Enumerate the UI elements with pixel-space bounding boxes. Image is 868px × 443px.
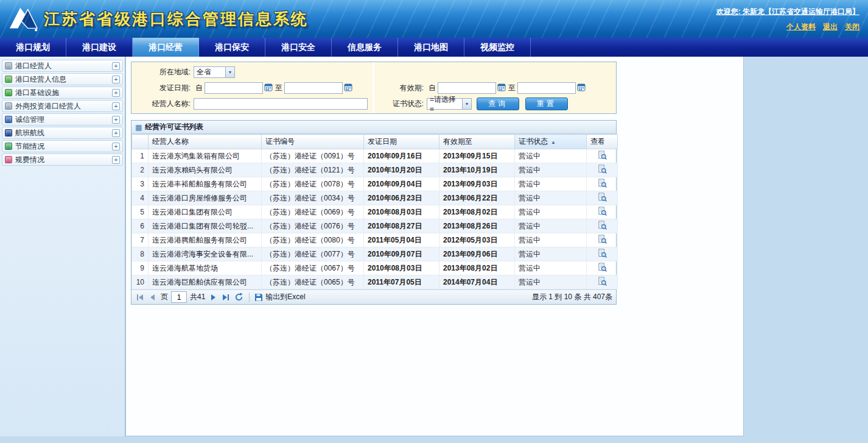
column-header-issue-date[interactable]: 发证日期 [364,135,439,149]
table-row[interactable]: 5连云港港口集团有限公司（苏连）港经证（0069）号2010年08月03日201… [132,205,618,219]
cell-cert-status: 营运中 [515,163,587,177]
prev-page-button[interactable] [148,293,158,302]
table-row[interactable]: 2连云港东粮码头有限公司（苏连）港经证（0121）号2010年10月20日201… [132,163,618,177]
nav-tab-port-planning[interactable]: 港口规划 [0,38,66,57]
validity-from-input[interactable] [438,82,496,94]
close-link[interactable]: 关闭 [845,23,859,31]
column-header-operator-name[interactable]: 经营人名称 [149,135,262,149]
last-page-button[interactable] [221,293,231,302]
expand-button[interactable]: + [112,89,120,97]
validity-to-input[interactable] [517,82,576,94]
nav-tab-port-safety[interactable]: 港口安全 [265,38,332,57]
sidebar-item-port-operator-info[interactable]: 港口经营人信息+ [2,73,123,85]
sidebar-item-port-infrastructure[interactable]: 港口基础设施+ [2,87,123,99]
table-row[interactable]: 7连云港港腾船舶服务有限公司（苏连）港经证（0080）号2011年05月04日2… [132,233,618,247]
first-page-button[interactable] [135,293,145,302]
sidebar-item-fees[interactable]: 规费情况+ [2,154,123,166]
view-icon [598,165,607,174]
column-header-cert-number[interactable]: 证书编号 [262,135,364,149]
table-row[interactable]: 6连云港港口集团有限公司轮驳...（苏连）港经证（0076）号2010年08月2… [132,219,618,233]
view-button[interactable] [597,234,607,246]
calendar-button[interactable] [264,83,273,93]
top-links: 个人资料退出关闭 [716,22,859,32]
view-button[interactable] [597,192,607,204]
logout-link[interactable]: 退出 [823,23,838,31]
search-button[interactable]: 查询 [477,97,519,110]
route-icon [5,129,12,136]
issue-date-from-input[interactable] [205,82,263,94]
view-button[interactable] [597,206,607,218]
cell-cert-status: 营运中 [515,247,587,261]
region-select[interactable]: 全省 ▼ [194,66,235,78]
expand-button[interactable]: + [112,62,120,70]
expand-button[interactable]: + [112,156,120,164]
operator-name-input[interactable] [194,98,368,110]
calendar-button[interactable] [497,83,506,93]
cell-view [587,205,618,219]
table-row[interactable]: 4连云港港口房屋维修服务公司（苏连）港经证（0034）号2010年06月23日2… [132,191,618,205]
calendar-button[interactable] [576,83,586,93]
table-row[interactable]: 1连云港东鸿集装箱有限公司（苏连）港经证（0091）号2010年09月16日20… [132,149,618,163]
expand-button[interactable]: + [112,116,120,124]
cell-operator-name: 连云港海巨船舶供应有限公司 [149,275,262,289]
view-button[interactable] [597,276,607,288]
nav-tab-port-security[interactable]: 港口保安 [199,38,265,57]
certificate-table: 经营人名称证书编号发证日期有效期至证书状态▲查看 1连云港东鸿集装箱有限公司（苏… [131,134,618,289]
cell-operator-name: 连云港东鸿集装箱有限公司 [149,149,262,163]
sidebar-item-credit-management[interactable]: 诚信管理+ [2,113,123,126]
sidebar-item-label: 航班航线 [15,128,44,138]
issue-date-to-input[interactable] [284,82,343,94]
sidebar-item-label: 诚信管理 [15,115,44,125]
column-header-cert-status[interactable]: 证书状态▲ [515,135,587,149]
expand-button[interactable]: + [112,129,120,137]
reset-button[interactable]: 重置 [525,97,568,110]
view-button[interactable] [597,164,607,176]
view-icon [598,151,607,160]
table-row[interactable]: 9连云港海航基地货场（苏连）港经证（0067）号2010年08月03日2013年… [132,261,618,275]
total-pages-label: 共41 [190,292,205,302]
cell-operator-name: 连云港港口集团有限公司 [149,205,262,219]
sidebar-item-port-operators[interactable]: 港口经营人+ [2,60,123,72]
sidebar-item-flight-routes[interactable]: 航班航线+ [2,127,123,139]
next-page-button[interactable] [208,293,218,302]
sidebar-item-energy-saving[interactable]: 节能情况+ [2,140,123,152]
cell-issue-date: 2010年08月03日 [364,205,439,219]
cell-cert-status: 营运中 [515,219,587,233]
refresh-button[interactable] [234,292,244,302]
table-row[interactable]: 8连云港港湾海事安全设备有限...（苏连）港经证（0077）号2010年09月0… [132,247,618,261]
view-button[interactable] [597,262,607,274]
calendar-button[interactable] [343,83,353,93]
nav-tab-info-service[interactable]: 信息服务 [332,38,398,57]
view-button[interactable] [597,178,607,190]
cell-cert-number: （苏连）港经证（0067）号 [262,261,364,275]
cell-cert-number: （苏连）港经证（0091）号 [262,149,364,163]
sidebar-item-foreign-invested-operators[interactable]: 外商投资港口经营人+ [2,100,123,112]
expand-button[interactable]: + [112,102,120,110]
cell-valid-until: 2013年09月06日 [439,247,515,261]
expand-button[interactable]: + [112,143,120,151]
cell-operator-name: 连云港港湾海事安全设备有限... [149,247,262,261]
expand-button[interactable]: + [112,76,120,83]
nav-tab-video-monitor[interactable]: 视频监控 [464,38,531,57]
table-row[interactable]: 10连云港海巨船舶供应有限公司（苏连）港经证（0065）号2011年07月05日… [132,275,618,289]
cell-cert-status: 营运中 [515,275,587,289]
export-excel-button[interactable]: 输出到Excel [254,292,305,302]
page-input[interactable] [171,291,187,303]
cert-status-select[interactable]: =请选择= ▼ [427,98,472,110]
nav-tab-port-map[interactable]: 港口地图 [398,38,464,57]
personal-info-link[interactable]: 个人资料 [786,23,816,31]
column-header-view[interactable]: 查看 [587,135,618,149]
view-icon [598,249,607,258]
view-button[interactable] [597,248,607,260]
sidebar-item-label: 港口基础设施 [15,88,59,98]
nav-tab-port-construction[interactable]: 港口建设 [66,38,133,57]
cell-issue-date: 2010年06月23日 [364,191,439,205]
nav-tab-port-operation[interactable]: 港口经营 [133,38,199,57]
view-button[interactable] [597,150,607,162]
table-row[interactable]: 3连云港丰裕船舶服务有限公司（苏连）港经证（0078）号2010年09月04日2… [132,177,618,191]
person-icon [5,102,12,110]
main-panel: 所在地域: 全省 ▼ 发证日期: 自 [125,57,744,436]
column-header-valid-until[interactable]: 有效期至 [439,135,515,149]
view-button[interactable] [597,220,607,232]
sidebar-item-label: 外商投资港口经营人 [15,101,81,112]
